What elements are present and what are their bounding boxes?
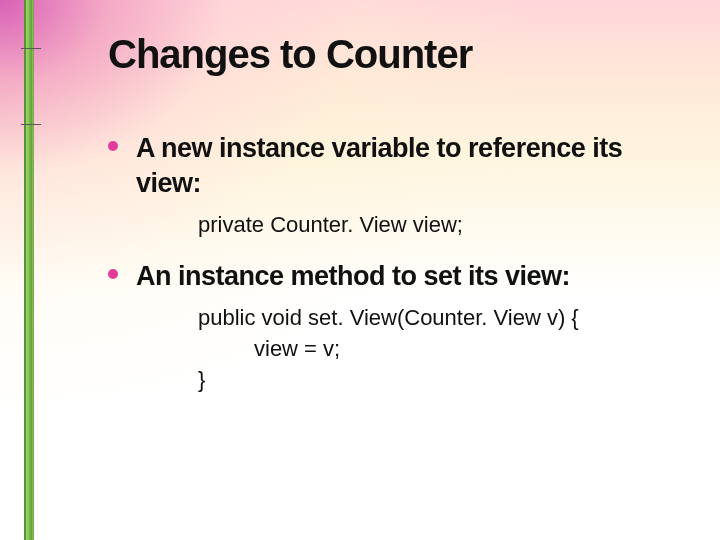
code-line: private Counter. View view; [198,210,680,241]
code-line: public void set. View(Counter. View v) { [198,303,680,334]
slide-title: Changes to Counter [108,32,680,77]
code-block: public void set. View(Counter. View v) {… [198,303,680,395]
bullet-list: A new instance variable to reference its… [108,131,680,396]
slide-body: Changes to Counter A new instance variab… [0,0,720,540]
bullet-text: A new instance variable to reference its… [136,131,680,200]
bullet-item: A new instance variable to reference its… [108,131,680,241]
code-line: } [198,365,680,396]
bullet-text: An instance method to set its view: [136,259,680,294]
bullet-item: An instance method to set its view: publ… [108,259,680,396]
code-block: private Counter. View view; [198,210,680,241]
code-line: view = v; [198,334,680,365]
